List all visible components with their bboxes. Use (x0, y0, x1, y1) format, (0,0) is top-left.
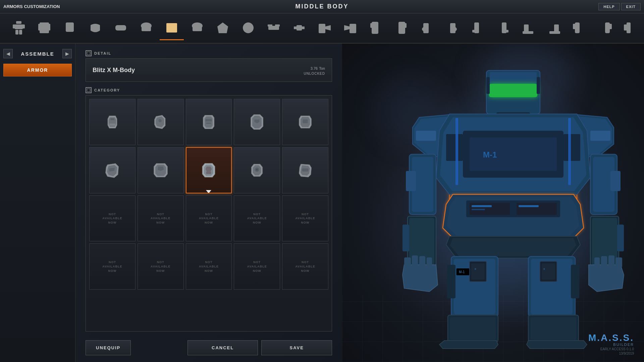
part-icon-arm-lower-l[interactable] (619, 16, 643, 40)
grid-item-8[interactable] (186, 147, 232, 193)
part-icon-knee-l[interactable] (415, 16, 439, 40)
grid-item-1[interactable] (89, 99, 136, 145)
grid-item-3[interactable] (186, 99, 232, 145)
grid-item-18: NOTAVAILABLENOW (186, 243, 232, 290)
mass-version: EARLY ACCESS 0.1.0 (588, 347, 634, 351)
grid-item-2[interactable] (138, 99, 184, 145)
grid-item-11: NOTAVAILABLENOW (89, 195, 136, 242)
svg-rect-10 (67, 26, 69, 28)
assemble-prev-button[interactable]: ◀ (3, 49, 13, 58)
svg-rect-8 (48, 24, 50, 31)
help-button[interactable]: HELP (598, 3, 620, 10)
svg-rect-0 (16, 21, 21, 24)
svg-rect-113 (608, 255, 614, 267)
svg-rect-2 (13, 24, 15, 28)
grid-item-10[interactable] (282, 147, 328, 193)
svg-rect-98 (406, 171, 416, 191)
assemble-label: ASSEMBLE (15, 51, 60, 57)
svg-rect-109 (412, 255, 418, 267)
part-icon-full-body[interactable] (7, 16, 31, 40)
part-icon-chest-front[interactable] (211, 16, 235, 40)
main-layout: ◀ ASSEMBLE ▶ ARMOR DETAIL Blitz X M-Body… (0, 44, 644, 362)
svg-rect-55 (573, 24, 576, 29)
part-icon-arm-upper-l[interactable] (568, 16, 592, 40)
grid-item-20: NOTAVAILABLENOW (282, 243, 328, 290)
detail-right: 3.76Ton UNLOCKED (304, 65, 325, 75)
svg-rect-1 (15, 24, 23, 29)
svg-rect-13 (93, 26, 95, 28)
part-icon-hip-r[interactable] (338, 16, 362, 40)
svg-rect-3 (22, 24, 25, 28)
svg-rect-141 (471, 263, 485, 280)
detail-section-header: DETAIL (86, 50, 332, 56)
unavailable-text-17: NOTAVAILABLENOW (151, 260, 170, 273)
grid-item-19: NOTAVAILABLENOW (234, 243, 280, 290)
category-section-header: CATEGORY (86, 87, 332, 93)
part-icon-foot-r[interactable] (542, 16, 566, 40)
detail-section: DETAIL Blitz X M-Body 3.76Ton UNLOCKED (86, 50, 332, 82)
svg-point-85 (256, 169, 258, 171)
svg-rect-125 (472, 209, 485, 210)
svg-rect-117 (470, 137, 557, 171)
svg-rect-108 (404, 257, 411, 267)
unavailable-text-15: NOTAVAILABLENOW (296, 212, 315, 225)
grid-item-9[interactable] (234, 147, 280, 193)
grid-item-6[interactable] (89, 147, 136, 193)
part-icon-waist-detail[interactable] (287, 16, 311, 40)
grid-item-12: NOTAVAILABLENOW (138, 195, 184, 242)
svg-rect-124 (472, 205, 492, 207)
assemble-next-button[interactable]: ▶ (62, 49, 72, 58)
part-icon-middle-body[interactable] (160, 16, 184, 40)
part-icon-leg-upper-l[interactable] (364, 16, 388, 40)
part-icon-leg-upper-r[interactable] (389, 16, 413, 40)
part-icon-face-mask[interactable] (83, 16, 107, 40)
svg-marker-37 (325, 25, 331, 31)
part-icon-foot-l[interactable] (517, 16, 541, 40)
svg-rect-91 (486, 77, 490, 94)
svg-rect-134 (450, 317, 496, 340)
svg-rect-80 (206, 119, 212, 121)
grid-item-7[interactable] (138, 147, 184, 193)
armor-button[interactable]: ARMOR (3, 64, 72, 76)
svg-rect-112 (615, 257, 622, 267)
part-icon-leg-lower-r[interactable] (491, 16, 515, 40)
unavailable-text-13: NOTAVAILABLENOW (199, 212, 219, 225)
svg-rect-36 (319, 24, 325, 33)
part-icon-head[interactable] (58, 16, 82, 40)
save-button[interactable]: SAVE (261, 340, 332, 355)
svg-rect-107 (617, 225, 624, 251)
robot-display: M-1 (376, 50, 644, 352)
part-icon-leg-lower-l[interactable] (466, 16, 490, 40)
svg-rect-45 (450, 23, 455, 33)
svg-rect-32 (275, 24, 280, 26)
robot-area: M-1 (342, 44, 644, 362)
left-panel: ◀ ASSEMBLE ▶ ARMOR (0, 44, 75, 362)
svg-rect-83 (206, 171, 211, 174)
part-icon-hip-l[interactable] (313, 16, 337, 40)
part-icon-chest-detail[interactable] (236, 16, 260, 40)
svg-rect-33 (297, 25, 302, 31)
mass-date: 13/9/2019 (588, 352, 634, 355)
grid-item-15: NOTAVAILABLENOW (282, 195, 328, 242)
part-icon-visor[interactable] (109, 16, 133, 40)
item-weight: 3.76Ton (304, 65, 325, 71)
exit-button[interactable]: EXIT (621, 3, 641, 10)
grid-item-14: NOTAVAILABLENOW (234, 195, 280, 242)
part-icon-arm-upper-r[interactable] (593, 16, 617, 40)
part-icon-shoulder-r[interactable] (185, 16, 209, 40)
part-icon-torso[interactable] (32, 16, 56, 40)
svg-rect-31 (268, 24, 272, 26)
part-icon-waist[interactable] (262, 16, 286, 40)
svg-rect-78 (110, 118, 114, 120)
cancel-button[interactable]: CANCEL (187, 340, 258, 355)
grid-item-5[interactable] (282, 99, 328, 145)
grid-item-4[interactable] (234, 99, 280, 145)
svg-rect-35 (301, 26, 305, 29)
svg-rect-5 (19, 30, 22, 35)
part-icon-shoulder-l[interactable] (134, 16, 158, 40)
mass-m: M (588, 333, 597, 343)
svg-rect-119 (446, 134, 463, 161)
detail-section-icon (86, 50, 92, 56)
part-icon-knee-r[interactable] (440, 16, 464, 40)
unequip-button[interactable]: UNEQUIP (86, 340, 131, 355)
